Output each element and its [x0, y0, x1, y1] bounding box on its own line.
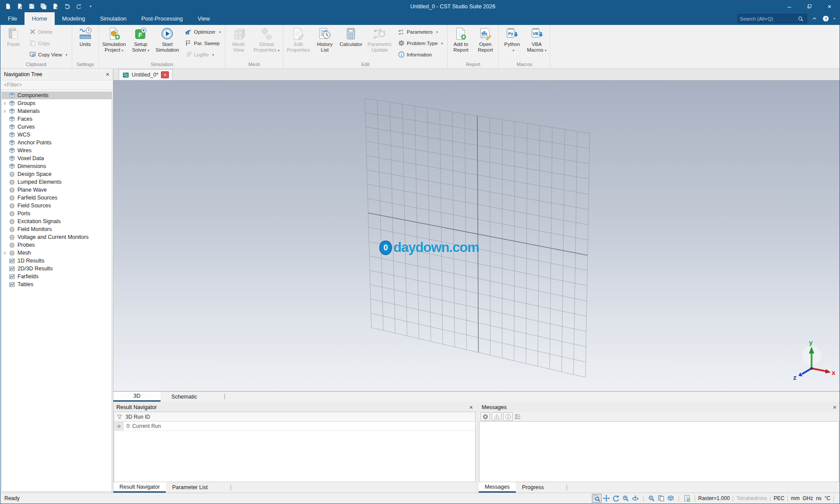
tree-item-plane-wave[interactable]: Plane Wave — [2, 186, 112, 194]
ribbon-tab-simulation[interactable]: Simulation — [92, 12, 134, 25]
export-icon[interactable] — [51, 3, 59, 10]
zoom-dynamic-icon[interactable] — [621, 494, 630, 503]
tree-item-ports[interactable]: Ports — [2, 210, 112, 217]
ribbon-button-mesh-view[interactable]: MeshView — [227, 25, 250, 61]
result-row[interactable]: 0: Current Run — [114, 422, 475, 431]
pages-icon[interactable] — [656, 494, 666, 503]
panel-tab-parameter-list[interactable]: Parameter List — [166, 482, 214, 493]
ribbon-button-global-properties[interactable]: GlobalProperties▾ — [251, 25, 281, 61]
ribbon-button-setup-solver[interactable]: FSetupSolver▾ — [129, 25, 152, 61]
ribbon-button-parameters[interactable]: a=?x=?Parameters▾ — [397, 28, 444, 36]
tree-item-farfield-sources[interactable]: Farfield Sources — [2, 194, 112, 202]
document-tab-close-icon[interactable]: × — [161, 71, 169, 78]
tree-item-mesh[interactable]: Mesh — [2, 249, 112, 257]
3d-viewport[interactable]: 0 daydown.com y x z — [113, 80, 840, 391]
tree-item-voxel-data[interactable]: Voxel Data — [2, 154, 112, 162]
tree-item-curves[interactable]: Curves — [2, 123, 112, 131]
rotate-icon[interactable] — [611, 494, 621, 503]
ribbon-tab-view[interactable]: View — [190, 12, 217, 25]
maximize-button[interactable] — [799, 0, 819, 12]
panel-tab-messages[interactable]: Messages — [479, 482, 516, 493]
tree-item-1d-results[interactable]: 1D Results — [2, 257, 112, 265]
ribbon-button-problem-type[interactable]: Problem Type▾ — [397, 39, 444, 48]
expander-icon[interactable] — [2, 251, 8, 255]
minimize-button[interactable]: – — [779, 0, 799, 12]
ribbon-button-delete[interactable]: Delete — [28, 28, 69, 36]
error-filter-icon[interactable] — [480, 412, 490, 421]
tree-item-groups[interactable]: Groups — [2, 99, 112, 107]
tree-item-anchor-points[interactable]: Anchor Points — [2, 139, 112, 147]
pan-icon[interactable] — [602, 494, 611, 503]
tree-item-tables[interactable]: Tables — [2, 280, 112, 288]
tree-item-wcs[interactable]: WCS — [2, 131, 112, 139]
expander-icon[interactable] — [2, 102, 8, 105]
cube-3d-icon[interactable] — [666, 494, 676, 503]
save-all-icon[interactable] — [39, 3, 47, 10]
ribbon-button-par-sweep[interactable]: Par. Sweep — [184, 39, 222, 48]
tree-item-excitation-signals[interactable]: Excitation Signals — [2, 217, 112, 225]
ribbon-tab-modeling[interactable]: Modeling — [55, 12, 93, 25]
ribbon-button-history-list[interactable]: HistoryList — [313, 25, 336, 61]
spin-icon[interactable] — [630, 494, 640, 503]
tree-filter-input[interactable]: <Filter> — [0, 80, 113, 90]
tree-item-components[interactable]: Components — [2, 91, 112, 99]
tab-separator[interactable] — [224, 394, 225, 399]
tree-item-materials[interactable]: Materials — [2, 107, 112, 115]
tree-item-field-monitors[interactable]: Field Monitors — [2, 225, 112, 233]
result-table-header-row[interactable]: 3D Run ID — [114, 412, 475, 422]
tree-item-design-space[interactable]: Design Space — [2, 170, 112, 178]
messages-close-icon[interactable]: × — [833, 404, 836, 410]
ribbon-button-vba-macros[interactable]: VBVBAMacros▾ — [525, 25, 549, 61]
tree-item-2d-3d-results[interactable]: 2D/3D Results — [2, 265, 112, 273]
ribbon-button-edit-properties[interactable]: EditProperties — [285, 25, 312, 61]
expander-icon[interactable] — [2, 109, 8, 113]
tree-item-probes[interactable]: Probes — [2, 241, 112, 249]
ribbon-button-calculator[interactable]: Calculator — [337, 25, 364, 61]
tree-item-field-sources[interactable]: Field Sources — [2, 202, 112, 210]
open-project-icon[interactable] — [16, 3, 24, 10]
help-dropdown-icon[interactable]: ▾ — [833, 17, 835, 21]
navigation-tree-close-icon[interactable]: × — [106, 71, 109, 77]
tree-item-wires[interactable]: Wires — [2, 147, 112, 154]
search-input[interactable]: Search (Alt+Q) — [737, 14, 807, 23]
mesh-properties-icon[interactable] — [682, 494, 692, 503]
save-icon[interactable] — [28, 3, 35, 10]
document-tab[interactable]: Untitled_0* × — [119, 69, 173, 80]
tree-item-farfields[interactable]: Farfields — [2, 273, 112, 280]
collapse-ribbon-button[interactable] — [811, 15, 819, 23]
tree-item-dimensions[interactable]: Dimensions — [2, 162, 112, 170]
ribbon-button-start-simulation[interactable]: StartSimulation — [153, 25, 181, 61]
ribbon-tab-home[interactable]: Home — [24, 12, 55, 25]
ribbon-button-copy-view[interactable]: Copy View▾ — [28, 51, 69, 59]
info-filter-icon[interactable] — [503, 412, 513, 421]
new-document-icon[interactable] — [4, 3, 12, 10]
ribbon-button-optimizer[interactable]: Optimizer▾ — [184, 28, 222, 36]
ribbon-button-logfile[interactable]: Logfile▾ — [184, 51, 222, 59]
ribbon-button-paste[interactable]: Paste — [2, 25, 25, 61]
ribbon-tab-post-processing[interactable]: Post-Processing — [134, 12, 190, 25]
view-tab-schematic[interactable]: Schematic — [161, 392, 208, 402]
tree-item-lumped-elements[interactable]: Lumped Elements — [2, 178, 112, 186]
panel-tab-progress[interactable]: Progress — [516, 482, 550, 493]
group-messages-icon[interactable] — [514, 413, 521, 420]
view-tab-3d[interactable]: 3D — [113, 392, 161, 402]
ribbon-button-copy[interactable]: Copy — [28, 39, 69, 48]
ribbon-button-open-report[interactable]: OpenReport — [473, 25, 497, 61]
tree-item-voltage-and-current-monitors[interactable]: Voltage and Current Monitors — [2, 233, 112, 241]
toolbar-dropdown-icon[interactable]: ▾ — [87, 3, 94, 10]
tree-item-faces[interactable]: Faces — [2, 115, 112, 123]
ribbon-button-add-to-report[interactable]: Add toReport — [449, 25, 472, 61]
ribbon-button-units[interactable]: Units — [74, 25, 97, 61]
ribbon-tab-file[interactable]: File — [0, 12, 24, 25]
tab-separator[interactable] — [231, 485, 231, 490]
zoom-select-icon[interactable] — [592, 494, 602, 503]
pin-icon[interactable] — [114, 422, 123, 430]
warning-filter-icon[interactable] — [492, 412, 501, 421]
undo-icon[interactable] — [63, 3, 71, 10]
redo-icon[interactable] — [75, 3, 83, 10]
help-button[interactable]: ? — [822, 15, 830, 23]
ribbon-button-python[interactable]: PyPython ▾ — [500, 25, 524, 61]
tab-separator[interactable] — [567, 485, 567, 490]
ribbon-button-simulation-project[interactable]: SimulationProject▾ — [100, 25, 128, 61]
close-button[interactable]: × — [819, 0, 840, 12]
